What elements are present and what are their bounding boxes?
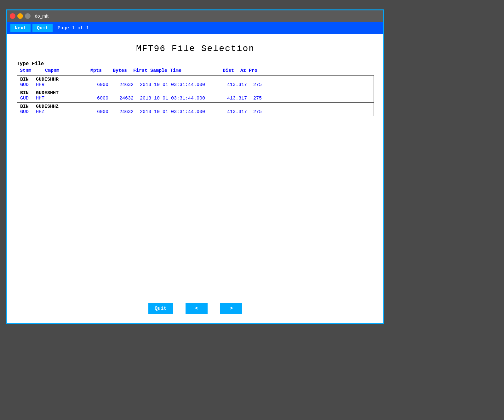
close-button[interactable] <box>10 13 15 19</box>
col-first-header: First Sample Time <box>133 68 209 73</box>
row-time: 2013 10 01 03:31:44.000 <box>140 109 215 115</box>
next-button[interactable]: Next <box>10 24 31 32</box>
row-time: 2013 10 01 03:31:44.000 <box>140 96 215 101</box>
row-dist: 413.317 <box>215 96 247 101</box>
col-azpro-header: Az Pro <box>240 68 259 73</box>
column-headers: Stnm Cmpnm Mpts Bytes First Sample Time … <box>17 68 374 73</box>
row-stnm: GUD <box>20 96 36 101</box>
row-stnm: GUD <box>20 109 36 115</box>
row-mpts: 6000 <box>83 96 108 101</box>
col-stnm-header: Stnm <box>20 68 45 73</box>
maximize-button[interactable] <box>25 13 31 19</box>
row-az: 275 <box>253 96 269 101</box>
quit-top-button[interactable]: Quit <box>32 24 53 32</box>
col-cmpnm-header: Cmpnm <box>45 68 83 73</box>
row-bytes: 24632 <box>115 82 134 88</box>
row-type: BIN <box>20 104 36 109</box>
table-row[interactable]: BINGUDESHHZGUDHHZ6000246322013 10 01 03:… <box>17 103 374 116</box>
row-filename: GUDESHHZ <box>36 104 99 109</box>
table-row[interactable]: BINGUDESHHRGUDHHR6000246322013 10 01 03:… <box>17 76 374 89</box>
row-stnm: GUD <box>20 82 36 88</box>
row-bytes: 24632 <box>115 109 134 115</box>
main-window: do_mft Next Quit Page 1 of 1 MFT96 File … <box>6 9 384 324</box>
titlebar: do_mft <box>7 10 383 22</box>
row-type: BIN <box>20 90 36 96</box>
page-info: Page 1 of 1 <box>58 26 89 31</box>
col-mpts-header: Mpts <box>83 68 108 73</box>
row-filename: GUDESHHT <box>36 90 99 96</box>
quit-bottom-button[interactable]: Quit <box>148 303 173 314</box>
col-bytes-header: Bytes <box>108 68 133 73</box>
col-dist-header: Dist <box>209 68 240 73</box>
table-row[interactable]: BINGUDESHHTGUDHHT6000246322013 10 01 03:… <box>17 89 374 103</box>
row-filename: GUDESHHR <box>36 77 99 82</box>
prev-button[interactable]: < <box>186 303 208 314</box>
row-cmpnm: HHT <box>36 96 83 101</box>
row-az: 275 <box>253 109 269 115</box>
row-type: BIN <box>20 77 36 82</box>
bottom-bar: Quit < > <box>7 303 383 314</box>
row-dist: 413.317 <box>215 82 247 88</box>
row-time: 2013 10 01 03:31:44.000 <box>140 82 215 88</box>
row-mpts: 6000 <box>83 109 108 115</box>
toolbar: Next Quit Page 1 of 1 <box>7 22 383 34</box>
data-table: BINGUDESHHRGUDHHR6000246322013 10 01 03:… <box>17 75 374 116</box>
content-area: MFT96 File Selection Type File Stnm Cmpn… <box>7 34 383 323</box>
row-mpts: 6000 <box>83 82 108 88</box>
row-az: 275 <box>253 82 269 88</box>
minimize-button[interactable] <box>17 13 23 19</box>
row-cmpnm: HHR <box>36 82 83 88</box>
row-cmpnm: HHZ <box>36 109 83 115</box>
next-bottom-button[interactable]: > <box>220 303 242 314</box>
row-bytes: 24632 <box>115 96 134 101</box>
window-controls <box>10 13 31 19</box>
page-title: MFT96 File Selection <box>17 44 374 54</box>
window-title: do_mft <box>35 14 49 19</box>
row-dist: 413.317 <box>215 109 247 115</box>
type-file-label: Type File <box>17 61 374 67</box>
